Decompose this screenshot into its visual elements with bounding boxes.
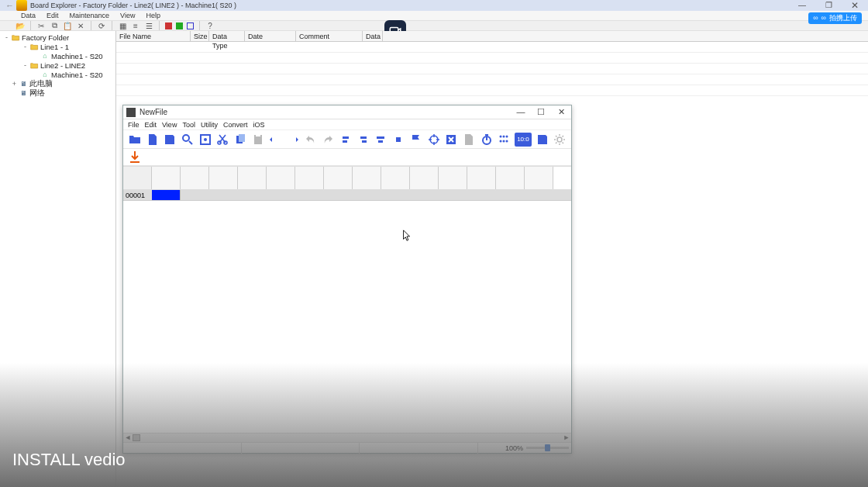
- col-header[interactable]: Data: [363, 31, 383, 42]
- copy-icon[interactable]: ⧉: [50, 21, 59, 30]
- settings-icon[interactable]: [553, 133, 567, 147]
- copy-icon[interactable]: [233, 133, 247, 147]
- view-list-icon[interactable]: ≡: [131, 21, 140, 30]
- col-header[interactable]: Date: [245, 31, 296, 42]
- child-title-bar[interactable]: NewFile — ☐ ✕: [123, 105, 571, 119]
- menu-view[interactable]: View: [118, 12, 137, 19]
- marker-blue-icon[interactable]: [187, 22, 194, 29]
- view-details-icon[interactable]: ☰: [144, 21, 153, 30]
- col-header[interactable]: Size: [191, 31, 209, 42]
- tree-item-label: Line1 - 1: [40, 43, 69, 51]
- scroll-right-icon[interactable]: ►: [562, 433, 571, 443]
- menu-maintenance[interactable]: Maintenance: [67, 12, 112, 19]
- minimize-button[interactable]: —: [789, 0, 815, 11]
- child-menu-edit[interactable]: Edit: [145, 121, 157, 129]
- maximize-button[interactable]: ❐: [815, 0, 842, 11]
- window-controls: — ❐ ✕: [789, 0, 868, 11]
- marker-red-icon[interactable]: [165, 22, 172, 29]
- paste-icon[interactable]: [251, 133, 265, 147]
- view-large-icon[interactable]: ▦: [118, 21, 127, 30]
- indent-left-icon[interactable]: [269, 133, 283, 147]
- redo-icon[interactable]: [322, 133, 336, 147]
- child-menu-file[interactable]: File: [128, 121, 140, 129]
- paste-icon[interactable]: 📋: [63, 21, 72, 30]
- delete-icon[interactable]: ✕: [76, 21, 85, 30]
- tree-item[interactable]: +🖥此电脑: [0, 79, 115, 88]
- selected-cell[interactable]: [152, 190, 181, 200]
- align-center-icon[interactable]: [374, 133, 388, 147]
- child-menu-tool[interactable]: Tool: [182, 121, 195, 129]
- save-icon[interactable]: [163, 133, 177, 147]
- scroll-thumb[interactable]: [133, 434, 140, 441]
- child-menu-view[interactable]: View: [162, 121, 177, 129]
- caption-text: INSTALL vedio: [12, 450, 126, 470]
- tree-item-label: Line2 - LINE2: [40, 61, 85, 70]
- cut-icon[interactable]: ✂: [36, 21, 46, 30]
- cloud-badge[interactable]: ∞ ∞ 拍携上传: [808, 12, 862, 23]
- folder-icon: [29, 61, 39, 69]
- child-menu-ios[interactable]: iOS: [253, 121, 264, 129]
- undo-icon[interactable]: [304, 133, 318, 147]
- zoom-slider[interactable]: [526, 447, 569, 449]
- child-minimize-button[interactable]: —: [511, 105, 531, 119]
- ratio-icon[interactable]: 10:0: [515, 133, 532, 147]
- folder-icon: [29, 43, 39, 50]
- tree-panel[interactable]: - Factory Folder -Line1 - 1⌂Machine1 - S…: [0, 31, 116, 487]
- svg-point-18: [506, 140, 508, 142]
- mach-icon: ⌂: [40, 52, 50, 60]
- distribute-icon[interactable]: [391, 133, 405, 147]
- child-maximize-button[interactable]: ☐: [531, 105, 551, 119]
- zoom-fit-icon[interactable]: [198, 133, 212, 147]
- zoom-control[interactable]: 100%: [478, 444, 571, 452]
- tree-item[interactable]: ⌂Machine1 - S20: [0, 51, 115, 60]
- align-left-icon[interactable]: [339, 133, 353, 147]
- child-menu-convert[interactable]: Convert: [223, 121, 248, 129]
- tree-root[interactable]: - Factory Folder: [0, 33, 115, 42]
- tree-root-label: Factory Folder: [22, 33, 69, 42]
- child-window[interactable]: NewFile — ☐ ✕ File Edit View Tool Utilit…: [122, 105, 572, 454]
- menu-data[interactable]: Data: [19, 12, 38, 19]
- target-icon[interactable]: [427, 133, 441, 147]
- close-button[interactable]: ✕: [842, 0, 868, 11]
- cut-icon[interactable]: [215, 133, 229, 147]
- list-header: File NameSizeData TypeDateCommentData: [116, 31, 868, 42]
- svg-rect-9: [256, 134, 260, 136]
- scroll-left-icon[interactable]: ◄: [123, 433, 133, 443]
- marker-green-icon[interactable]: [176, 22, 183, 29]
- refresh-icon[interactable]: ⟳: [97, 21, 106, 30]
- tree-item[interactable]: 🖥网络: [0, 88, 115, 98]
- flag-icon[interactable]: [409, 133, 423, 147]
- indent-right-icon[interactable]: [286, 133, 300, 147]
- open-folder-icon[interactable]: [128, 133, 142, 147]
- data-row[interactable]: 00001: [123, 190, 571, 201]
- save-disk-icon[interactable]: [536, 133, 549, 147]
- back-icon[interactable]: ←: [5, 1, 14, 10]
- tree-item[interactable]: -Line2 - LINE2: [0, 60, 115, 70]
- tree-item[interactable]: ⌂Machine1 - S20: [0, 70, 115, 79]
- help-icon[interactable]: ?: [205, 21, 215, 30]
- open-icon[interactable]: 📂: [16, 21, 25, 30]
- mach-icon: ⌂: [40, 71, 50, 78]
- insertion-marker-icon[interactable]: [128, 150, 142, 164]
- svg-point-3: [204, 138, 207, 141]
- timer-icon[interactable]: [480, 133, 494, 147]
- search-icon[interactable]: [181, 133, 195, 147]
- menu-help[interactable]: Help: [143, 12, 163, 19]
- svg-point-15: [506, 135, 508, 137]
- col-header[interactable]: Data Type: [209, 31, 245, 42]
- child-close-button[interactable]: ✕: [551, 105, 571, 119]
- child-menu-utility[interactable]: Utility: [201, 121, 218, 129]
- col-header[interactable]: Comment: [296, 31, 363, 42]
- new-file-icon[interactable]: [146, 133, 160, 147]
- document-icon[interactable]: [462, 133, 476, 147]
- editor-stage[interactable]: 00001: [123, 166, 571, 433]
- tree-item[interactable]: -Line1 - 1: [0, 42, 115, 51]
- svg-point-13: [500, 135, 502, 137]
- h-scrollbar[interactable]: ◄ ►: [123, 433, 571, 442]
- grid-icon[interactable]: [497, 133, 511, 147]
- cancel-box-icon[interactable]: [444, 133, 458, 147]
- menu-edit[interactable]: Edit: [44, 12, 61, 19]
- align-right-icon[interactable]: [356, 133, 370, 147]
- cloud-icon: ∞: [813, 14, 818, 22]
- col-header[interactable]: File Name: [116, 31, 191, 42]
